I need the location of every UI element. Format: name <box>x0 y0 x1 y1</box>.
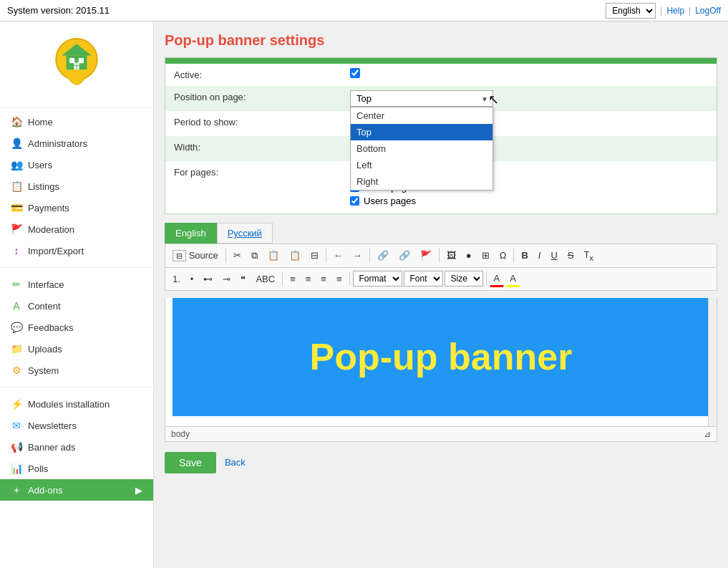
size-select[interactable]: Size <box>445 271 483 287</box>
align-right-button[interactable]: ≡ <box>316 271 331 287</box>
table-button[interactable]: ⊞ <box>477 248 494 263</box>
unlink-button[interactable]: 🔗 <box>394 248 414 263</box>
font-color-button[interactable]: A <box>490 271 505 287</box>
editor-resize[interactable]: ⊿ <box>704 429 711 439</box>
help-link[interactable]: Help <box>666 6 684 16</box>
sidebar-item-modules[interactable]: ⚡ Modules installation <box>0 393 153 415</box>
strikethrough-button[interactable]: S <box>563 248 578 263</box>
option-top[interactable]: Top <box>351 124 492 140</box>
paste-button[interactable]: 📋 <box>263 248 283 263</box>
home-icon: 🏠 <box>11 116 22 127</box>
import-icon: ↕ <box>11 245 22 256</box>
option-center[interactable]: Center <box>351 107 492 124</box>
italic-button[interactable]: I <box>534 248 545 263</box>
tab-russian[interactable]: Русский <box>217 223 273 244</box>
option-bottom[interactable]: Bottom <box>351 140 492 157</box>
sidebar-item-add-ons[interactable]: + Add-ons ▶ <box>0 479 153 501</box>
paste-word-button[interactable]: ⊟ <box>306 248 323 263</box>
sep-7 <box>349 271 350 286</box>
position-trigger[interactable]: Top <box>350 90 493 107</box>
sidebar-item-uploads[interactable]: 📁 Uploads <box>0 338 153 360</box>
link-button[interactable]: 🔗 <box>373 248 393 263</box>
save-button[interactable]: Save <box>165 452 216 473</box>
editor-area[interactable]: Pop-up banner <box>165 298 717 427</box>
action-bar: Save Back <box>165 452 717 473</box>
sidebar-label-feedbacks: Feedbacks <box>28 322 74 333</box>
spell-button[interactable]: ABC <box>251 271 279 287</box>
listings-icon: 📋 <box>11 180 22 192</box>
sidebar-item-feedbacks[interactable]: 💬 Feedbacks <box>0 317 153 338</box>
anchor-button[interactable]: 🚩 <box>416 248 436 263</box>
editor-scrollbar[interactable] <box>708 298 717 426</box>
logoff-link[interactable]: LogOff <box>695 6 721 16</box>
feedbacks-icon: 💬 <box>11 322 22 333</box>
sidebar-item-users[interactable]: 👥 Users <box>0 154 153 175</box>
newsletters-icon: ✉ <box>11 420 22 431</box>
paste-plain-button[interactable]: 📋 <box>285 248 305 263</box>
sep-6 <box>282 271 283 286</box>
remove-format-button[interactable]: Tx <box>579 247 597 264</box>
sidebar-item-payments[interactable]: 💳 Payments <box>0 197 153 218</box>
source-button[interactable]: ⊟ Source <box>168 248 223 263</box>
sidebar-label-modules: Modules installation <box>28 399 110 410</box>
sidebar-item-administrators[interactable]: 👤 Administrators <box>0 133 153 154</box>
outdent-button[interactable]: ⊷ <box>199 271 217 287</box>
topbar: System version: 2015.11 English | Help |… <box>0 0 728 21</box>
sidebar-label-users: Users <box>28 160 52 170</box>
nav-settings: ✏ Interface A Content 💬 Feedbacks 📁 Uplo… <box>0 271 153 384</box>
align-justify-button[interactable]: ≡ <box>332 271 346 287</box>
cut-button[interactable]: ✂ <box>229 248 246 263</box>
sidebar-item-newsletters[interactable]: ✉ Newsletters <box>0 415 153 436</box>
sidebar-item-banner-ads[interactable]: 📢 Banner ads <box>0 436 153 458</box>
sidebar-item-content[interactable]: A Content <box>0 295 153 317</box>
sidebar-item-system[interactable]: ⚙ System <box>0 360 153 381</box>
logo-area <box>0 21 153 108</box>
content-icon: A <box>11 300 22 312</box>
ol-button[interactable]: 1. <box>168 271 185 287</box>
tab-english[interactable]: English <box>165 223 217 244</box>
back-link[interactable]: Back <box>225 457 246 468</box>
font-select[interactable]: Font <box>404 271 443 287</box>
uploads-icon: 📁 <box>11 343 22 355</box>
sidebar-item-home[interactable]: 🏠 Home <box>0 111 153 133</box>
nav-main: 🏠 Home 👤 Administrators 👥 Users 📋 Listin… <box>0 108 153 264</box>
version-label: System version: 2015.11 <box>7 5 110 16</box>
redo-button[interactable]: → <box>349 248 367 263</box>
language-select[interactable]: English <box>606 3 656 19</box>
align-left-button[interactable]: ≡ <box>286 271 300 287</box>
sep-4 <box>439 249 440 263</box>
sidebar-item-interface[interactable]: ✏ Interface <box>0 274 153 295</box>
special-char-button[interactable]: Ω <box>495 248 511 263</box>
bg-color-button[interactable]: A <box>505 271 520 287</box>
logo <box>44 32 109 97</box>
undo-button[interactable]: ← <box>329 248 347 263</box>
payments-icon: 💳 <box>11 202 22 213</box>
sidebar-item-polls[interactable]: 📊 Polls <box>0 458 153 479</box>
position-dropdown[interactable]: Top Center Top Bottom Left Right ↖ <box>350 90 493 107</box>
sidebar-label-polls: Polls <box>28 463 48 474</box>
sidebar-item-listings[interactable]: 📋 Listings <box>0 175 153 197</box>
sidebar-item-moderation[interactable]: 🚩 Moderation <box>0 218 153 240</box>
underline-button[interactable]: U <box>546 248 561 263</box>
sidebar-item-import-export[interactable]: ↕ Import/Export <box>0 240 153 261</box>
align-center-button[interactable]: ≡ <box>301 271 316 287</box>
separator-2: | <box>689 6 691 16</box>
copy-button[interactable]: ⧉ <box>247 248 262 264</box>
active-checkbox[interactable] <box>350 68 360 78</box>
system-icon: ⚙ <box>11 365 22 376</box>
blockquote-button[interactable]: ❝ <box>236 271 250 287</box>
interface-icon: ✏ <box>11 279 22 290</box>
pages-item-users[interactable]: Users pages <box>350 196 711 206</box>
width-label: Width: <box>165 136 344 158</box>
format-select[interactable]: Format <box>353 271 402 287</box>
indent-button[interactable]: ⊸ <box>218 271 235 287</box>
ul-button[interactable]: • <box>186 271 198 287</box>
position-menu[interactable]: Center Top Bottom Left Right <box>350 107 493 191</box>
image-button[interactable]: 🖼 <box>442 248 460 263</box>
users-pages-checkbox[interactable] <box>350 196 359 206</box>
option-left[interactable]: Left <box>351 157 492 173</box>
nav-divider-2 <box>0 387 153 388</box>
bold-button[interactable]: B <box>517 248 532 263</box>
flash-button[interactable]: ● <box>462 248 476 263</box>
option-right[interactable]: Right <box>351 173 492 190</box>
